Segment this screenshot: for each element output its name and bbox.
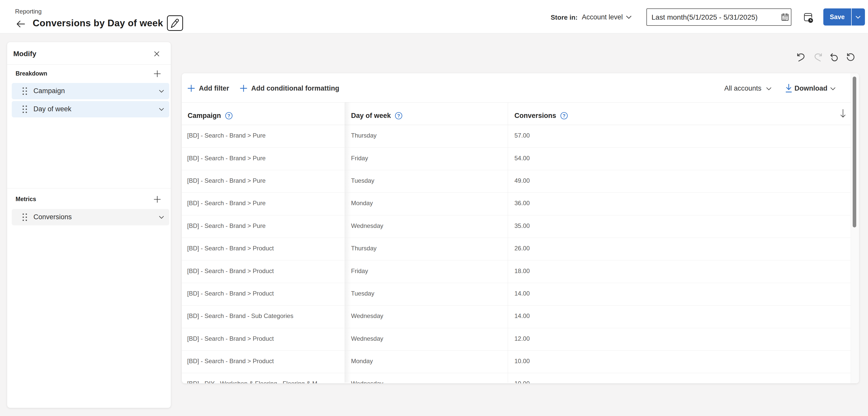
svg-text:?: ? bbox=[227, 113, 230, 118]
svg-text:?: ? bbox=[563, 113, 565, 118]
svg-text:?: ? bbox=[397, 113, 400, 118]
